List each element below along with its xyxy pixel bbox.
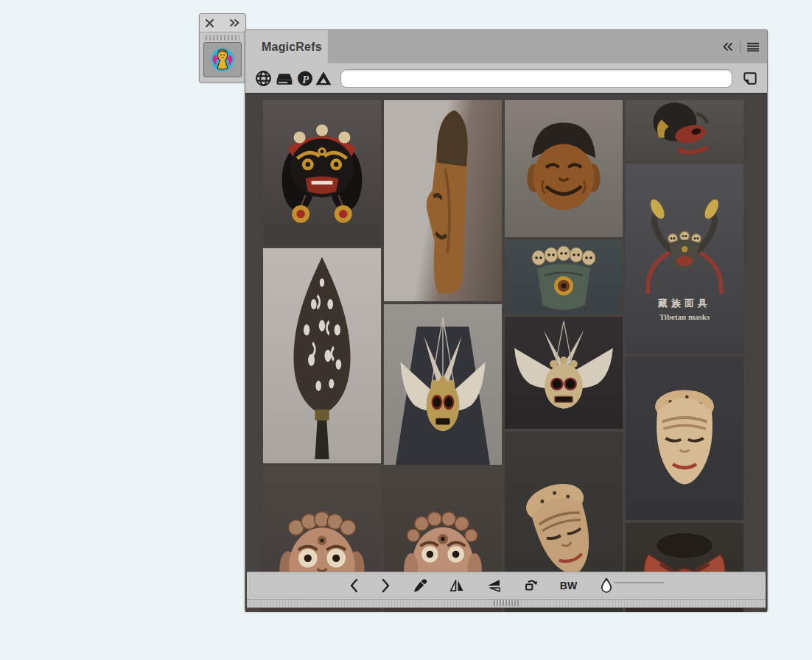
- launcher-drag-grip[interactable]: [206, 35, 239, 41]
- mona-lisa-art: [207, 45, 238, 74]
- close-icon[interactable]: [205, 18, 214, 28]
- flip-vertical-icon[interactable]: [486, 578, 502, 593]
- grid-column-2: [384, 100, 502, 612]
- bw-toggle[interactable]: BW: [560, 580, 577, 591]
- launcher-window: [199, 13, 246, 82]
- ref-image-smiling-wooden-head[interactable]: [505, 100, 623, 237]
- resize-grip[interactable]: [494, 600, 519, 606]
- skull-crown-mask-closeup-art: [505, 240, 623, 314]
- ref-image-winged-pale-mask[interactable]: [505, 317, 623, 429]
- chevron-left-icon[interactable]: [349, 578, 360, 593]
- header-divider: [740, 41, 741, 53]
- reference-grid: 藏族面具Tibetan masks: [245, 93, 767, 612]
- double-chevron-left-icon[interactable]: [721, 42, 734, 52]
- footer-grip-strip[interactable]: [247, 600, 766, 608]
- opacity-slider[interactable]: [598, 577, 664, 594]
- grid-column-3: [505, 100, 623, 612]
- svg-text:P: P: [302, 73, 309, 85]
- ref-image-wrathful-mask-red-crown[interactable]: [263, 100, 381, 245]
- smiling-wooden-head-art: [505, 100, 623, 237]
- wooden-head-profile-art: [384, 100, 502, 301]
- winged-pale-mask-art: [505, 317, 623, 429]
- ref-image-winged-mask-display[interactable]: [384, 304, 502, 465]
- footer-toolbar: BW: [247, 572, 766, 606]
- grid-column-4: 藏族面具Tibetan masks: [626, 100, 743, 612]
- ref-image-flame-blade-ornament[interactable]: [263, 248, 381, 463]
- search-input[interactable]: [340, 69, 732, 88]
- rotate-icon[interactable]: [522, 578, 539, 594]
- ref-image-wooden-head-profile[interactable]: [384, 100, 502, 301]
- chevron-right-icon[interactable]: [380, 578, 391, 593]
- magicrefs-panel: MagicRefs P: [245, 29, 768, 611]
- tab-magicrefs[interactable]: MagicRefs: [245, 30, 328, 63]
- tibetan-horned-mask-display-art: [626, 164, 743, 354]
- google-drive-icon[interactable]: [314, 69, 333, 88]
- source-toolbar: P: [245, 63, 767, 93]
- panel-header: MagicRefs: [245, 30, 767, 63]
- pinterest-icon[interactable]: P: [296, 69, 333, 88]
- droplet-handle-icon[interactable]: [598, 577, 615, 594]
- double-chevron-right-icon[interactable]: [229, 18, 240, 27]
- ref-image-red-snout-mask-closeup[interactable]: [626, 100, 743, 161]
- flip-horizontal-icon[interactable]: [449, 578, 465, 593]
- ref-image-tibetan-horned-mask-display[interactable]: 藏族面具Tibetan masks: [626, 164, 743, 354]
- pale-wrinkled-smiling-mask-art: [626, 357, 743, 520]
- panel-title: MagicRefs: [262, 41, 322, 54]
- red-snout-mask-closeup-art: [626, 100, 743, 161]
- local-drive-icon[interactable]: [274, 69, 295, 88]
- panel-menu-icon[interactable]: [746, 42, 760, 52]
- winged-mask-display-art: [384, 304, 502, 465]
- desktop: MagicRefs P: [0, 0, 812, 660]
- wrathful-mask-red-crown-art: [263, 100, 381, 245]
- flame-blade-ornament-art: [263, 248, 381, 463]
- slider-track[interactable]: [614, 582, 664, 583]
- ref-image-skull-crown-mask-closeup[interactable]: [505, 240, 623, 314]
- launcher-titlebar[interactable]: [200, 14, 245, 32]
- magicrefs-mona-lisa-logo[interactable]: [203, 42, 242, 77]
- web-globe-icon[interactable]: [254, 69, 273, 88]
- sticky-note-icon[interactable]: [741, 70, 758, 87]
- ref-image-pale-wrinkled-smiling-mask[interactable]: [626, 357, 743, 520]
- eyedropper-icon[interactable]: [412, 578, 428, 594]
- grid-column-1: [263, 100, 381, 612]
